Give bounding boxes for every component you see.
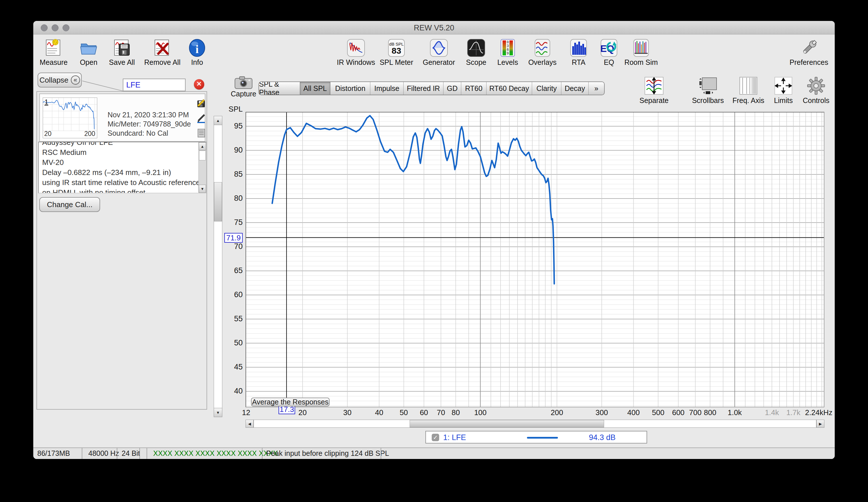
measurement-list-item[interactable]: 1 20 200 Nov 21, 2020 3:21:30 PM Mic/Met…	[39, 93, 205, 142]
toolbar-label: Preferences	[785, 58, 833, 66]
toolbar-label: Room Sim	[617, 58, 665, 66]
note-line: Delay –0.6822 ms (–234 mm, –9.21 in)	[42, 168, 171, 177]
note-line: MV-20	[42, 158, 64, 167]
collapse-button[interactable]: Collapse «	[38, 73, 82, 88]
info-icon: i	[173, 37, 221, 57]
chart-horizontal-scrollbar[interactable]: ◀ ▶	[246, 420, 824, 428]
thumb-axis-min: 20	[44, 130, 52, 138]
measurement-notes[interactable]: Audyssey Off for LFERSC MediumMV-20Delay…	[38, 142, 207, 193]
tab-all-spl[interactable]: All SPL	[300, 82, 330, 95]
bit-depth-status: 24 Bit	[122, 449, 140, 458]
note-line: Audyssey Off for LFE	[42, 142, 113, 147]
y-tick-label: 90	[223, 146, 243, 155]
y-tick-label: 75	[223, 218, 243, 227]
app-window: REW V5.20 Measure Open Save All Remove A…	[33, 21, 835, 459]
measurement-thumbnail[interactable]: 1 20 200	[43, 98, 97, 138]
measurement-date: Nov 21, 2020 3:21:30 PM	[107, 111, 202, 119]
x-tick-label: 12	[229, 408, 263, 417]
svg-text:9: 9	[507, 52, 509, 56]
y-tick-label: 95	[223, 122, 243, 131]
svg-text:3: 3	[507, 44, 509, 48]
y-tick-label: 70	[223, 242, 243, 251]
tab-rt60[interactable]: RT60	[461, 82, 486, 95]
save-measurement-icon[interactable]	[196, 98, 207, 109]
spl-chart[interactable]	[246, 112, 824, 407]
x-tick-label: 30	[330, 408, 364, 417]
x-tick-label: 200	[540, 408, 574, 417]
tab--[interactable]: »	[589, 82, 604, 95]
tab-gd[interactable]: GD	[443, 82, 461, 95]
controls-icon	[792, 76, 840, 95]
edit-pencil-icon[interactable]	[196, 113, 207, 123]
collapse-chevrons-icon: «	[71, 75, 80, 85]
measurement-soundcard: Soundcard: No Cal	[107, 129, 202, 137]
horizontal-scroll-thumb[interactable]	[410, 420, 604, 428]
info-button[interactable]: i Info	[173, 37, 221, 66]
notes-scroll-down-icon[interactable]: ▼	[199, 185, 206, 193]
tab-decay[interactable]: Decay	[561, 82, 589, 95]
trace-legend: ✓ 1: LFE 94.3 dB	[425, 431, 647, 443]
average-responses-button[interactable]: Average the Responses	[251, 398, 330, 407]
y-tick-label: 85	[223, 170, 243, 179]
y-tick-label: 55	[223, 314, 243, 323]
x-tick-label: 2.24kHz	[786, 408, 833, 417]
tab-distortion[interactable]: Distortion	[330, 82, 370, 95]
controls-button[interactable]: Controls	[792, 76, 840, 105]
note-line: RSC Medium	[42, 148, 87, 157]
graph-tab-bar: SPL & PhaseAll SPLDistortionImpulseFilte…	[258, 81, 605, 95]
notes-document-icon[interactable]	[196, 128, 207, 138]
tab-rt60-decay[interactable]: RT60 Decay	[486, 82, 532, 95]
change-cal-button[interactable]: Change Cal...	[39, 197, 100, 212]
spl-meter-button[interactable]: dB SPL 83 SPL Meter	[372, 37, 421, 66]
status-bar: 86/173MB 48000 Hz 24 Bit XXXX XXXX XXXX …	[33, 448, 835, 459]
measurement-number: 1	[44, 98, 48, 106]
chart-plot-area[interactable]	[246, 112, 824, 407]
delete-measurement-button[interactable]: ✕	[194, 79, 204, 90]
toolbar-label: Info	[173, 58, 221, 66]
scroll-down-icon[interactable]: ▼	[214, 408, 222, 417]
trace-cursor-value: 94.3 dB	[589, 433, 616, 442]
window-title: REW V5.20	[33, 23, 835, 32]
tab-filtered-ir[interactable]: Filtered IR	[404, 82, 443, 95]
channel-status: XXXX XXXX XXXX XXXX XXXX XXXX	[153, 449, 278, 458]
notes-scroll-thumb[interactable]	[199, 151, 206, 160]
y-axis-title: SPL	[223, 105, 243, 114]
peak-input-status: Peak input before clipping 124 dB SPL	[266, 449, 389, 458]
toolbar-label: SPL Meter	[372, 58, 421, 66]
spl-meter-icon: dB SPL 83	[372, 37, 421, 57]
svg-text:6: 6	[507, 48, 509, 52]
sample-rate-status: 48000 Hz	[88, 449, 119, 458]
y-tick-label: 80	[223, 194, 243, 203]
measurement-mic: Mic/Meter: 7049788_90de	[107, 120, 202, 128]
measurement-name-input[interactable]: LFE	[123, 79, 186, 91]
room-sim-button[interactable]: Room Sim	[617, 37, 665, 66]
x-tick-label: 1.0k	[717, 408, 752, 417]
tab-clarity[interactable]: Clarity	[532, 82, 561, 95]
trace-color-line	[527, 437, 558, 439]
view-button-label: Controls	[792, 96, 840, 105]
preferences-icon	[785, 37, 833, 57]
vertical-scroll-thumb[interactable]	[214, 182, 222, 222]
svg-text:i: i	[195, 43, 198, 56]
y-tick-label: 65	[223, 266, 243, 275]
capture-button[interactable]: Capture	[225, 75, 262, 98]
notes-scroll-up-icon[interactable]: ▲	[199, 142, 206, 150]
measurements-panel: 1 20 200 Nov 21, 2020 3:21:30 PM Mic/Met…	[37, 91, 207, 410]
view-button-label: Separate	[630, 96, 679, 105]
trace-name[interactable]: 1: LFE	[443, 433, 466, 442]
scroll-right-icon[interactable]: ▶	[816, 420, 824, 428]
measurements-vertical-scrollbar[interactable]: ▲ ▼	[214, 116, 222, 417]
tab-impulse[interactable]: Impulse	[370, 82, 404, 95]
trace-checkbox[interactable]: ✓	[432, 434, 439, 441]
notes-scrollbar[interactable]: ▲ ▼	[198, 142, 206, 193]
tab-spl-phase[interactable]: SPL & Phase	[259, 82, 300, 95]
y-tick-label: 50	[223, 338, 243, 347]
svg-text:0: 0	[507, 40, 509, 44]
scroll-up-icon[interactable]: ▲	[214, 116, 222, 125]
separate-button[interactable]: Separate	[630, 76, 679, 105]
title-bar[interactable]: REW V5.20	[33, 21, 835, 34]
preferences-button[interactable]: Preferences	[785, 37, 833, 66]
scroll-left-icon[interactable]: ◀	[246, 420, 254, 428]
x-tick-label: 100	[463, 408, 498, 417]
svg-text:83: 83	[392, 46, 401, 55]
